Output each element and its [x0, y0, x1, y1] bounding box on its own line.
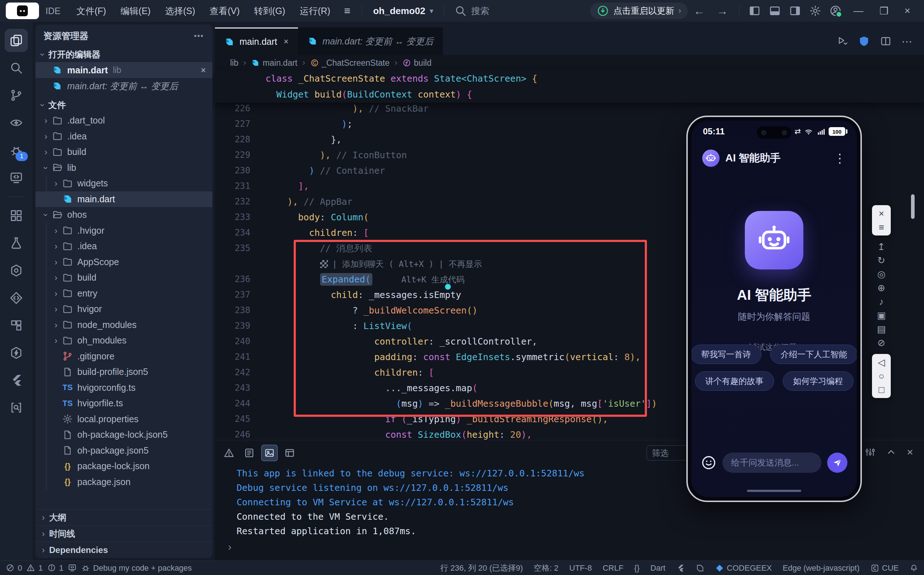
line-number[interactable]: 233 [215, 210, 265, 225]
menu-item[interactable]: 转到(G) [247, 2, 292, 20]
settings-gear-icon[interactable] [809, 5, 821, 17]
breadcrumb-item[interactable]: _ChatScreenState [310, 58, 390, 68]
status-item[interactable] [676, 564, 685, 572]
emulator-nav-button[interactable]: ○ [873, 369, 889, 383]
code-line[interactable]: 226 ), // SnackBar [215, 101, 924, 116]
files-section[interactable]: › 文件 [35, 97, 213, 113]
activity-item-plugin-f[interactable] [5, 314, 28, 337]
status-item-Dart[interactable]: Dart [651, 564, 666, 573]
line-number[interactable]: 241 [215, 349, 265, 365]
problems-summary[interactable]: 011Debug my code + packages [6, 564, 192, 573]
editor-tab[interactable]: main.dart: 变更前 ↔ 变更后 [298, 27, 443, 55]
activity-item-source-control[interactable] [5, 84, 28, 107]
chevron-icon[interactable]: › [51, 257, 61, 267]
activity-item-plugin-code[interactable] [5, 286, 28, 310]
toggle-left-panel-icon[interactable] [748, 5, 761, 17]
tree-item-.idea[interactable]: ›.idea [35, 129, 213, 145]
menu-item[interactable]: 文件(F) [69, 2, 113, 20]
more-actions-icon[interactable]: ⋯ [902, 35, 913, 48]
status-item-CRLF[interactable]: CRLF [603, 564, 623, 573]
chevron-icon[interactable]: › [40, 210, 51, 220]
tree-item-build[interactable]: ›build [35, 144, 213, 160]
activity-item-extensions[interactable] [5, 204, 28, 227]
status-item-UTF8[interactable]: UTF-8 [569, 564, 592, 573]
account-avatar-icon[interactable] [829, 5, 841, 17]
minimize-button[interactable]: — [846, 5, 872, 17]
emulator-nav-button[interactable]: ◁ [873, 356, 889, 369]
tree-item-lib[interactable]: ›lib [35, 160, 213, 176]
toggle-right-panel-icon[interactable] [789, 5, 801, 17]
suggestion-chip[interactable]: 介绍一下人工智能 [770, 345, 857, 364]
warnings-count[interactable]: 1 [26, 564, 43, 573]
line-number[interactable]: 243 [215, 380, 265, 396]
line-number[interactable]: 239 [215, 318, 265, 334]
line-number[interactable]: 240 [215, 334, 265, 349]
tree-item-.dart_tool[interactable]: ›.dart_tool [35, 113, 213, 129]
chevron-icon[interactable]: › [51, 320, 61, 330]
suggestion-chip[interactable]: 如何学习编程 [783, 371, 854, 391]
search-button[interactable]: 搜索 [449, 5, 494, 17]
line-number[interactable]: 237 [215, 287, 265, 303]
line-number[interactable]: 242 [215, 365, 265, 380]
back-button[interactable]: ← [688, 4, 711, 18]
run-config-icon[interactable] [837, 35, 848, 47]
hamburger-menu-icon[interactable]: ≡ [337, 5, 357, 17]
status-item-Edge[interactable]: Edge (web-javascript) [783, 564, 860, 573]
open-editor-item[interactable]: main.dart: 变更前 ↔ 变更后 [35, 78, 213, 94]
tree-item-ohos[interactable]: ›ohos [35, 207, 213, 223]
emulator-button[interactable]: ♪ [873, 295, 889, 308]
tree-item-.gitignore[interactable]: .gitignore [35, 349, 213, 364]
close-button[interactable]: × [897, 5, 918, 17]
emulator-button[interactable]: × [873, 206, 889, 220]
tree-item-node_modules[interactable]: ›node_modules [35, 317, 213, 333]
message-input[interactable]: 给千问发送消息... [722, 453, 821, 473]
line-number[interactable]: 235 [215, 241, 265, 256]
activity-item-test[interactable] [5, 232, 28, 255]
chevron-icon[interactable]: › [51, 272, 61, 283]
suggestion-chip[interactable]: 讲个有趣的故事 [695, 371, 774, 391]
tree-item-oh-package.json5[interactable]: oh-package.json5 [35, 443, 213, 459]
emulator-button[interactable]: ▣ [873, 308, 889, 322]
console-prompt[interactable]: › [228, 541, 232, 553]
line-number[interactable]: 234 [215, 225, 265, 241]
status-item[interactable] [910, 564, 918, 572]
activity-item-terminal[interactable] [5, 166, 28, 189]
collapse-panel-icon[interactable] [886, 447, 897, 457]
activity-item-plugin-nut[interactable] [5, 259, 28, 282]
close-icon[interactable]: × [284, 37, 288, 47]
tree-item-package-lock.json[interactable]: {}package-lock.json [35, 458, 213, 474]
emulator-button[interactable]: ⊕ [873, 281, 889, 295]
chevron-icon[interactable]: › [40, 162, 51, 173]
debug-config[interactable]: Debug my code + packages [81, 564, 192, 573]
line-number[interactable]: 238 [215, 303, 265, 318]
tree-item-build[interactable]: ›build [35, 270, 213, 286]
emulator-button[interactable]: ⊘ [873, 336, 889, 349]
tree-item-main.dart[interactable]: main.dart [35, 191, 213, 207]
tree-item-build-profile.json5[interactable]: build-profile.json5 [35, 364, 213, 380]
home-indicator[interactable] [747, 490, 801, 492]
menu-item[interactable]: 编辑(E) [113, 2, 158, 20]
notes-icon[interactable] [241, 445, 257, 461]
open-editor-item[interactable]: main.dartlib× [35, 62, 213, 78]
more-actions-icon[interactable]: ⋯ [194, 30, 205, 42]
chevron-icon[interactable]: › [40, 147, 51, 157]
line-number[interactable]: 245 [215, 411, 265, 427]
scrollbar-thumb[interactable] [911, 194, 914, 219]
status-item-CODEGEEX[interactable]: CODEGEEX [715, 564, 772, 573]
menu-item[interactable]: 选择(S) [158, 2, 202, 20]
activity-item-flutter[interactable] [5, 369, 28, 392]
errors-count[interactable]: 0 [6, 564, 22, 573]
emulator-button[interactable]: ≡ [873, 220, 889, 234]
infos-count[interactable]: 1 [47, 564, 64, 573]
chevron-icon[interactable]: › [40, 131, 51, 141]
menu-item[interactable]: 查看(V) [202, 2, 247, 20]
toggle-bottom-panel-icon[interactable] [769, 5, 781, 17]
maximize-button[interactable]: ❐ [872, 5, 897, 17]
status-item-[interactable]: {} [634, 564, 640, 573]
status-item-[interactable]: 空格: 2 [534, 563, 559, 573]
line-number[interactable]: 230 [215, 163, 265, 178]
chevron-icon[interactable]: › [51, 241, 61, 251]
status-item-CUE[interactable]: CUE [870, 564, 899, 573]
chevron-icon[interactable]: › [51, 178, 61, 189]
tree-item-hvigor[interactable]: ›hvigor [35, 301, 213, 317]
